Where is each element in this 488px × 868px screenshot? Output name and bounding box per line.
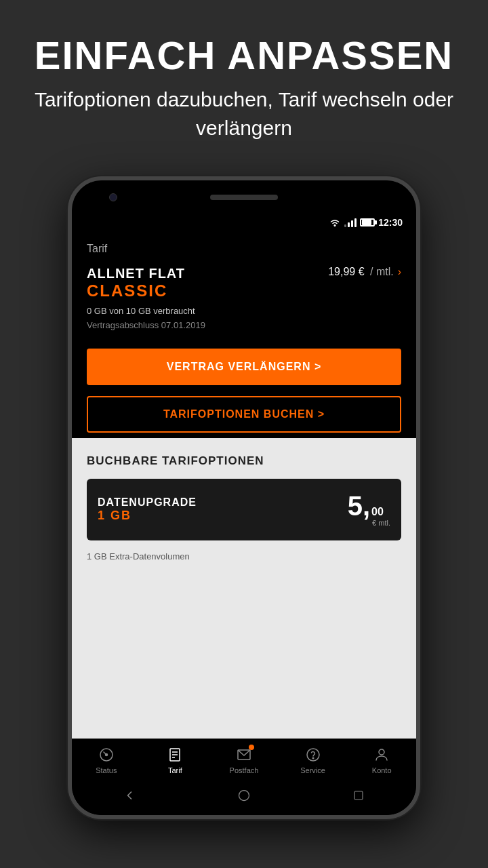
status-bar: 12:30 [72, 214, 416, 232]
bottom-nav: Status Tarif [72, 738, 416, 778]
konto-nav-icon [373, 746, 390, 764]
buchbare-section: BUCHBARE TARIFOPTIONEN DATENUPGRADE 1 GB… [72, 438, 416, 738]
tarif-icon [167, 747, 183, 763]
tarif-card: ALLNET FLAT CLASSIC 19,99 € / mtl. › 0 G… [72, 260, 416, 344]
phone-speaker [210, 195, 278, 200]
nav-item-service[interactable]: Service [286, 746, 340, 774]
recent-icon [352, 789, 365, 802]
android-nav [72, 778, 416, 815]
speedometer-icon [98, 747, 115, 763]
status-icons: 12:30 [329, 217, 403, 228]
nav-item-tarif[interactable]: Tarif [148, 746, 202, 774]
option-name-line2: 1 GB [98, 509, 197, 523]
tarif-name: ALLNET FLAT CLASSIC [87, 266, 185, 300]
signal-icon [344, 218, 357, 227]
option-price: 5, 00 € mtl. [348, 491, 390, 528]
nav-item-status[interactable]: Status [79, 746, 134, 774]
service-nav-label: Service [300, 766, 325, 774]
postfach-nav-icon [235, 746, 253, 764]
konto-nav-label: Konto [372, 766, 392, 774]
tarif-nav-icon [166, 746, 184, 764]
phone-camera [109, 193, 117, 201]
phone-content: Tarif ALLNET FLAT CLASSIC 19,99 € / mtl.… [72, 232, 416, 815]
svg-point-0 [334, 224, 336, 226]
tarif-section-label: Tarif [72, 232, 416, 260]
contract-date: Vertragsabschluss 07.01.2019 [87, 319, 401, 333]
tarif-name-line2: CLASSIC [87, 281, 185, 300]
page-title: EINFACH ANPASSEN [27, 34, 461, 77]
option-card[interactable]: DATENUPGRADE 1 GB 5, 00 € mtl. [87, 479, 401, 540]
question-icon [305, 747, 321, 763]
tarif-name-line1: ALLNET FLAT [87, 266, 185, 281]
option-description: 1 GB Extra-Datenvolumen [87, 549, 401, 567]
service-nav-icon [304, 746, 322, 764]
home-icon [237, 789, 251, 802]
notification-dot [249, 745, 254, 750]
svg-point-11 [239, 790, 249, 800]
phone-mockup: 12:30 Tarif ALLNET FLAT CLASSIC 19,99 € … [68, 176, 420, 819]
svg-point-9 [312, 757, 314, 759]
price-arrow: › [398, 266, 401, 278]
gb-info: 0 GB von 10 GB verbraucht [87, 304, 401, 319]
tarif-nav-label: Tarif [168, 766, 182, 774]
wifi-icon [329, 218, 341, 227]
option-name: DATENUPGRADE 1 GB [98, 496, 197, 523]
battery-icon [360, 218, 375, 226]
postfach-nav-label: Postfach [230, 766, 259, 774]
extend-contract-button[interactable]: VERTRAG VERLÄNGERN > [87, 349, 401, 385]
home-button[interactable] [234, 785, 254, 806]
power-button [418, 316, 420, 357]
status-nav-icon [98, 746, 115, 764]
option-name-line1: DATENUPGRADE [98, 496, 197, 509]
person-icon [373, 747, 390, 763]
back-icon [123, 789, 136, 802]
nav-item-postfach[interactable]: Postfach [217, 746, 271, 774]
tarif-details: 0 GB von 10 GB verbraucht Vertragsabschl… [87, 304, 401, 333]
option-price-main: 5, [348, 491, 370, 521]
price-amount: 19,99 € / mtl. [328, 266, 394, 278]
option-price-unit: € mtl. [372, 518, 390, 528]
option-price-decimal: 00 [371, 506, 390, 518]
phone-top-bar [72, 180, 416, 214]
buchbare-title: BUCHBARE TARIFOPTIONEN [87, 454, 401, 468]
recent-button[interactable] [348, 785, 369, 806]
svg-point-10 [379, 749, 384, 755]
svg-rect-12 [354, 791, 363, 800]
nav-item-konto[interactable]: Konto [354, 746, 409, 774]
header-section: EINFACH ANPASSEN Tarifoptionen dazubuche… [0, 0, 488, 163]
book-options-button[interactable]: TARIFOPTIONEN BUCHEN > [87, 396, 401, 433]
tarif-header: ALLNET FLAT CLASSIC 19,99 € / mtl. › [87, 266, 401, 300]
back-button[interactable] [119, 785, 140, 806]
status-nav-label: Status [96, 766, 117, 774]
option-price-right: 00 € mtl. [370, 506, 390, 528]
svg-point-2 [105, 753, 107, 755]
page-subtitle: Tarifoptionen dazubuchen, Tarif wechseln… [27, 85, 461, 142]
status-time: 12:30 [378, 217, 403, 228]
tarif-price[interactable]: 19,99 € / mtl. › [328, 266, 401, 278]
